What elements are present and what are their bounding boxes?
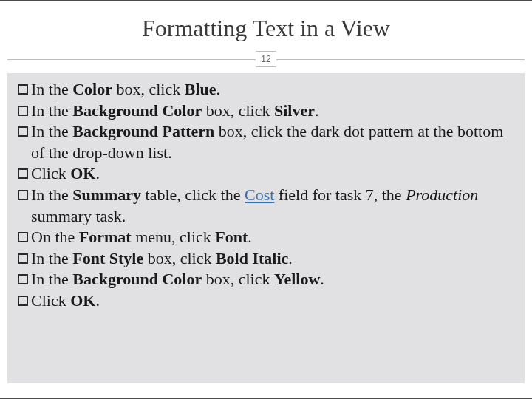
box-bullet-icon	[18, 190, 28, 200]
title-divider: 12	[0, 50, 532, 69]
text-bold: Background Color	[72, 270, 202, 288]
text-run: .	[95, 164, 100, 183]
list-item: Click OK.	[18, 163, 514, 185]
text-italic: Production	[406, 185, 478, 204]
slide: Formatting Text in a View 12 In the Colo…	[0, 0, 532, 399]
list-item-text: On the Format menu, click Font.	[31, 227, 514, 248]
text-run: .	[216, 80, 221, 98]
box-bullet-icon	[18, 253, 28, 264]
list-item: In the Background Color box, click Yello…	[18, 269, 514, 290]
list-item: Click OK.	[18, 290, 514, 312]
text-bold: Summary	[72, 185, 141, 204]
list-item: In the Background Pattern box, click the…	[18, 121, 514, 163]
list-item-text: In the Background Color box, click Yello…	[31, 269, 514, 290]
text-run: In the	[31, 80, 72, 98]
text-run: .	[95, 291, 100, 310]
text-run: Click	[31, 291, 70, 310]
list-item-text: In the Background Pattern box, click the…	[31, 121, 514, 163]
box-bullet-icon	[18, 106, 28, 116]
text-run: field for task 7, the	[274, 185, 406, 204]
box-bullet-icon	[18, 274, 28, 284]
list-item-text: Click OK.	[31, 163, 514, 185]
text-bold: Yellow	[274, 270, 320, 288]
list-item: In the Font Style box, click Bold Italic…	[18, 248, 514, 270]
text-run: Click	[31, 164, 70, 183]
text-bold: Background Color	[72, 101, 202, 120]
text-run: On the	[31, 228, 79, 246]
list-item-text: In the Color box, click Blue.	[31, 79, 514, 100]
link-cost[interactable]: Cost	[245, 185, 274, 204]
text-run: menu, click	[132, 228, 216, 246]
text-run: table, click the	[141, 185, 245, 204]
list-item: In the Summary table, click the Cost fie…	[18, 185, 514, 227]
list-item: On the Format menu, click Font.	[18, 227, 514, 248]
content-panel: In the Color box, click Blue. In the Bac…	[7, 73, 525, 383]
list-item-text: Click OK.	[31, 290, 514, 312]
text-run: summary task.	[31, 207, 126, 225]
text-run: .	[248, 228, 252, 246]
box-bullet-icon	[18, 84, 28, 95]
text-bold: Bold Italic	[216, 249, 288, 267]
text-run: box, click	[202, 101, 274, 120]
text-run: box, click	[202, 270, 274, 288]
text-run: In the	[31, 122, 72, 140]
text-bold: Format	[79, 228, 132, 246]
list-item-text: In the Background Color box, click Silve…	[31, 100, 514, 122]
text-bold: Blue	[185, 80, 216, 98]
box-bullet-icon	[18, 168, 28, 179]
text-bold: Font Style	[72, 249, 143, 267]
list-item: In the Color box, click Blue.	[18, 79, 514, 100]
text-bold: Background Pattern	[72, 122, 214, 140]
box-bullet-icon	[18, 126, 28, 137]
text-run: .	[315, 101, 319, 120]
text-run: box, click	[112, 80, 185, 98]
text-run: .	[320, 270, 324, 288]
text-bold: Font	[215, 228, 248, 246]
text-bold: Silver	[274, 101, 315, 120]
text-run: In the	[31, 249, 72, 267]
text-bold: OK	[70, 291, 95, 310]
text-bold: OK	[70, 164, 95, 183]
box-bullet-icon	[18, 232, 28, 242]
text-run: .	[288, 249, 293, 267]
text-run: In the	[31, 270, 72, 288]
text-run: In the	[31, 185, 72, 204]
list-item-text: In the Font Style box, click Bold Italic…	[31, 248, 514, 270]
page-number-badge: 12	[256, 51, 276, 67]
list-item: In the Background Color box, click Silve…	[18, 100, 514, 122]
text-bold: Color	[72, 80, 112, 98]
text-run: box, click	[143, 249, 216, 267]
text-run: In the	[31, 101, 72, 120]
list-item-text: In the Summary table, click the Cost fie…	[31, 185, 514, 227]
box-bullet-icon	[18, 296, 28, 306]
page-title: Formatting Text in a View	[0, 1, 532, 50]
